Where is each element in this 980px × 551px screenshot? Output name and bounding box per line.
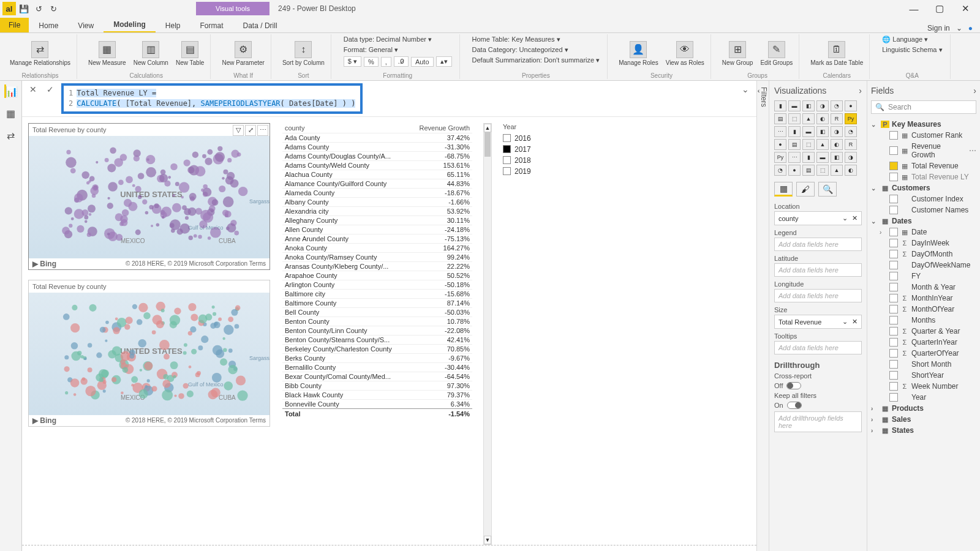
undo-icon[interactable]: ↺ (32, 2, 45, 15)
new-column-button[interactable]: ▥New Column (131, 40, 171, 67)
field-item[interactable]: ΣQuarter & Year (871, 326, 976, 337)
field-table-header[interactable]: ⌄PKey Measures (871, 119, 976, 130)
save-icon[interactable]: 💾 (17, 2, 31, 15)
field-item[interactable]: ΣWeek Number (871, 381, 976, 392)
field-checkbox[interactable] (889, 195, 898, 203)
fields-search[interactable]: 🔍Search (871, 100, 976, 114)
viz-tile[interactable]: R (845, 139, 857, 150)
viz-tile[interactable]: ◔ (774, 165, 786, 176)
tab-view[interactable]: View (68, 19, 104, 32)
viz-tile[interactable]: ◧ (831, 152, 843, 163)
language-dropdown[interactable]: 🌐 Language ▾ (882, 36, 942, 43)
field-checkbox[interactable] (889, 360, 898, 369)
map-visual-1[interactable]: Total Revenue by county ▽ ⤢ ⋯ UNITED STA… (28, 123, 270, 270)
field-checkbox[interactable] (889, 162, 898, 170)
viz-tile[interactable]: ▤ (774, 113, 786, 124)
viz-tile[interactable]: Py (774, 152, 786, 163)
col-revenue-growth[interactable]: Revenue Growth (415, 124, 470, 132)
table-row[interactable]: Benton County/Linn County-22.08% (282, 326, 472, 335)
field-item[interactable]: Month & Year (871, 282, 976, 293)
default-summarization-dropdown[interactable]: Default Summarization: Don't summarize ▾ (472, 56, 600, 64)
field-item[interactable]: Short Month (871, 359, 976, 370)
size-well[interactable]: Total Revenue⌄ ✕ (774, 315, 862, 329)
field-item[interactable]: ShortYear (871, 370, 976, 381)
format-dropdown[interactable]: Format: General ▾ (344, 46, 452, 54)
table-row[interactable]: Anoka County164.27% (282, 243, 472, 252)
model-view-icon[interactable]: ⇄ (4, 129, 18, 142)
table-row[interactable]: Berks County-9.67% (282, 353, 472, 362)
viz-tile[interactable]: ▲ (802, 113, 815, 124)
formula-editor[interactable]: 1Total Revenue LY = 2CALCULATE( [Total R… (61, 83, 363, 114)
field-item[interactable]: ΣQuarterInYear (871, 337, 976, 348)
formula-expand-icon[interactable]: ⌄ (739, 83, 752, 96)
checkbox-icon[interactable] (503, 134, 511, 142)
table-row[interactable]: Arlington County-50.18% (282, 280, 472, 289)
field-table-header[interactable]: ⌄▦Customers (871, 182, 976, 193)
filter-icon[interactable]: ▽ (233, 125, 244, 136)
tab-modeling[interactable]: Modeling (104, 18, 156, 32)
table-row[interactable]: Baltimore County87.14% (282, 298, 472, 307)
viz-tile[interactable]: ⋯ (774, 126, 786, 137)
field-item[interactable]: Months (871, 315, 976, 326)
tab-data-drill[interactable]: Data / Drill (233, 19, 287, 32)
slicer-option[interactable]: 2016 (503, 134, 576, 143)
field-checkbox[interactable] (889, 349, 898, 358)
table-row[interactable]: Aransas County/Kleberg County/...22.22% (282, 261, 472, 271)
field-checkbox[interactable] (889, 239, 898, 247)
field-item[interactable]: ΣQuarterOfYear (871, 348, 976, 359)
edit-groups-button[interactable]: ✎Edit Groups (758, 40, 795, 67)
location-well[interactable]: county⌄ ✕ (774, 211, 862, 225)
viz-tile[interactable]: ● (788, 165, 801, 176)
viz-tile[interactable]: ▮ (802, 152, 815, 163)
field-checkbox[interactable] (889, 316, 898, 324)
manage-roles-button[interactable]: 👤Manage Roles (616, 40, 660, 67)
field-checkbox[interactable] (889, 131, 898, 140)
table-row[interactable]: Anne Arundel County-75.13% (282, 234, 472, 243)
table-row[interactable]: Allen County-24.18% (282, 225, 472, 234)
drillthrough-well[interactable]: Add drillthrough fields here (774, 411, 862, 432)
more-icon[interactable]: ⋯ (257, 125, 268, 136)
field-checkbox[interactable] (889, 393, 898, 402)
checkbox-icon[interactable] (503, 145, 511, 153)
table-visual[interactable]: countyRevenue Growth Ada County37.42%Ada… (282, 123, 472, 545)
tab-format[interactable]: Format (190, 19, 233, 32)
tab-home[interactable]: Home (29, 19, 68, 32)
field-checkbox[interactable] (889, 327, 898, 335)
table-row[interactable]: Ada County37.42% (282, 133, 472, 142)
field-checkbox[interactable] (889, 371, 898, 380)
new-measure-button[interactable]: ▦New Measure (86, 40, 129, 67)
field-item[interactable]: Customer Index (871, 193, 976, 204)
viz-tile[interactable]: Py (845, 113, 857, 124)
viz-tile[interactable]: ▮ (774, 100, 786, 111)
scroll-thumb[interactable] (484, 132, 491, 157)
field-item[interactable]: Customer Names (871, 204, 976, 216)
sort-by-column-button[interactable]: ↕Sort by Column (280, 40, 327, 67)
data-type-dropdown[interactable]: Data type: Decimal Number ▾ (344, 36, 452, 43)
field-checkbox[interactable] (889, 294, 898, 302)
field-item[interactable]: ▦Revenue Growth⋯ (871, 141, 976, 160)
table-row[interactable]: Alleghany County30.11% (282, 216, 472, 225)
table-row[interactable]: Bexar County/Comal County/Med...-64.54% (282, 372, 472, 381)
field-item[interactable]: ΣMonthOfYear (871, 304, 976, 315)
checkbox-icon[interactable] (503, 156, 511, 164)
file-tab[interactable]: File (0, 18, 29, 32)
viz-tile[interactable]: ◧ (802, 100, 815, 111)
table-row[interactable]: Anoka County/Ramsey County99.24% (282, 252, 472, 261)
field-item[interactable]: ▦Total Revenue LY (871, 171, 976, 182)
decimals-stepper[interactable]: ▴▾ (436, 56, 452, 67)
table-row[interactable]: Albany County-1.66% (282, 197, 472, 206)
field-checkbox[interactable] (889, 146, 898, 155)
field-table-header[interactable]: ›▦States (871, 425, 976, 436)
help-icon[interactable]: ● (968, 24, 973, 32)
field-item[interactable]: ΣDayOfMonth (871, 249, 976, 260)
map1-body[interactable]: UNITED STATES MEXICO CUBA Gulf of Mexico… (29, 136, 270, 258)
mark-date-table-button[interactable]: 🗓Mark as Date Table (808, 40, 865, 67)
slicer-option[interactable]: 2018 (503, 156, 576, 165)
viz-tile[interactable]: ◐ (816, 113, 829, 124)
latitude-well[interactable]: Add data fields here (774, 263, 862, 277)
new-parameter-button[interactable]: ⚙New Parameter (219, 40, 266, 67)
scroll-up-icon[interactable]: ▲ (484, 124, 491, 132)
formula-cancel-icon[interactable]: ✕ (27, 83, 39, 96)
redo-icon[interactable]: ↻ (47, 2, 60, 15)
tooltips-well[interactable]: Add data fields here (774, 341, 862, 354)
